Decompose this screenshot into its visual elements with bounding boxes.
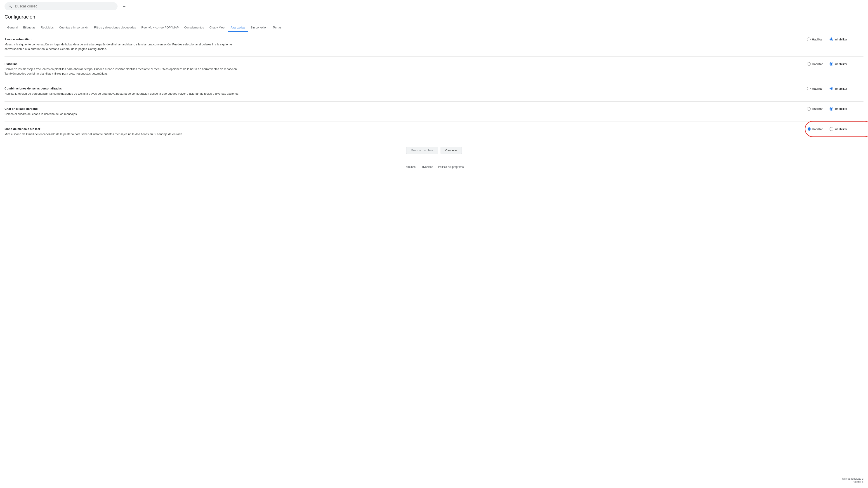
enable-chat-label[interactable]: Habilitar xyxy=(807,107,823,111)
footer: Términos · Privacidad · Política del pro… xyxy=(4,161,864,173)
search-input[interactable] xyxy=(15,4,114,8)
setting-avance-automatico: Avance automático Muestra la siguiente c… xyxy=(4,32,864,57)
tabs-nav: General Etiquetas Recibidos Cuentas e im… xyxy=(0,24,868,32)
disable-combinaciones-label[interactable]: Inhabilitar xyxy=(830,87,847,90)
save-button[interactable]: Guardar cambios xyxy=(406,147,438,154)
enable-plantillas-radio[interactable] xyxy=(807,62,811,66)
enable-icono-label[interactable]: Habilitar xyxy=(807,127,823,131)
footer-sep-1: · xyxy=(418,165,418,168)
disable-plantillas-label[interactable]: Inhabilitar xyxy=(830,62,847,66)
enable-combinaciones-radio[interactable] xyxy=(807,87,811,90)
disable-chat-text: Inhabilitar xyxy=(835,107,847,110)
page-title: Configuración xyxy=(0,12,868,24)
enable-combinaciones-text: Habilitar xyxy=(812,87,823,90)
enable-avance-radio[interactable] xyxy=(807,37,811,41)
footer-terms[interactable]: Términos xyxy=(404,165,415,168)
disable-plantillas-text: Inhabilitar xyxy=(835,62,847,66)
setting-controls-plantillas: Habilitar Inhabilitar xyxy=(807,62,864,66)
enable-avance-label[interactable]: Habilitar xyxy=(807,37,823,41)
setting-text-avance: Avance automático Muestra la siguiente c… xyxy=(4,37,253,51)
enable-avance-text: Habilitar xyxy=(812,38,823,41)
disable-avance-label[interactable]: Inhabilitar xyxy=(830,37,847,41)
disable-plantillas-radio[interactable] xyxy=(830,62,833,66)
tab-sinconexion[interactable]: Sin conexión xyxy=(248,24,270,32)
enable-icono-text: Habilitar xyxy=(812,127,823,131)
setting-text-combinaciones: Combinaciones de teclas personalizadas H… xyxy=(4,87,253,96)
disable-avance-radio[interactable] xyxy=(830,37,833,41)
enable-chat-radio[interactable] xyxy=(807,107,811,111)
setting-text-plantillas: Plantillas Convierte los mensajes frecue… xyxy=(4,62,253,76)
setting-controls-combinaciones: Habilitar Inhabilitar xyxy=(807,87,864,90)
tab-cuentas[interactable]: Cuentas e importación xyxy=(57,24,91,32)
enable-plantillas-text: Habilitar xyxy=(812,62,823,66)
setting-desc-avance: Muestra la siguiente conversación en lug… xyxy=(4,42,244,51)
disable-icono-text: Inhabilitar xyxy=(835,127,847,131)
setting-title-icono: Icono de mensaje sin leer xyxy=(4,127,244,131)
search-bar xyxy=(4,2,118,10)
enable-plantillas-label[interactable]: Habilitar xyxy=(807,62,823,66)
disable-combinaciones-radio[interactable] xyxy=(830,87,833,90)
setting-text-chat: Chat en el lado derecho Coloca el cuadro… xyxy=(4,107,253,116)
tab-etiquetas[interactable]: Etiquetas xyxy=(20,24,38,32)
setting-title-plantillas: Plantillas xyxy=(4,62,244,66)
enable-chat-text: Habilitar xyxy=(812,107,823,110)
setting-desc-icono: Mira el icono de Gmail del encabezado de… xyxy=(4,132,244,136)
disable-avance-text: Inhabilitar xyxy=(835,38,847,41)
setting-desc-plantillas: Convierte los mensajes frecuentes en pla… xyxy=(4,67,244,76)
filter-icon[interactable] xyxy=(122,4,127,9)
footer-privacy[interactable]: Privacidad xyxy=(421,165,433,168)
search-bar-container xyxy=(0,0,868,12)
main-content: Avance automático Muestra la siguiente c… xyxy=(0,32,868,173)
setting-controls-icono: Habilitar Inhabilitar xyxy=(807,127,864,131)
tab-recibidos[interactable]: Recibidos xyxy=(38,24,56,32)
disable-icono-radio[interactable] xyxy=(830,127,833,131)
search-icon xyxy=(8,4,13,8)
setting-desc-chat: Coloca el cuadro del chat a la derecha d… xyxy=(4,112,244,116)
buttons-container: Guardar cambios Cancelar xyxy=(4,142,864,161)
setting-controls-avance: Habilitar Inhabilitar xyxy=(807,37,864,41)
setting-text-icono: Icono de mensaje sin leer Mira el icono … xyxy=(4,127,253,136)
setting-desc-combinaciones: Habilita la opción de personalizar tus c… xyxy=(4,92,244,96)
unread-controls-wrapper: Habilitar Inhabilitar xyxy=(807,127,864,131)
disable-chat-radio[interactable] xyxy=(830,107,833,111)
enable-combinaciones-label[interactable]: Habilitar xyxy=(807,87,823,90)
tab-filtros[interactable]: Filtros y direcciones bloqueadas xyxy=(91,24,139,32)
disable-chat-label[interactable]: Inhabilitar xyxy=(830,107,847,111)
disable-icono-label[interactable]: Inhabilitar xyxy=(830,127,847,131)
tab-complementos[interactable]: Complementos xyxy=(182,24,207,32)
setting-plantillas: Plantillas Convierte los mensajes frecue… xyxy=(4,57,864,81)
tab-temas[interactable]: Temas xyxy=(270,24,284,32)
enable-icono-radio[interactable] xyxy=(807,127,811,131)
setting-combinaciones: Combinaciones de teclas personalizadas H… xyxy=(4,81,864,102)
footer-sep-2: · xyxy=(435,165,436,168)
setting-controls-chat: Habilitar Inhabilitar xyxy=(807,107,864,111)
footer-policy[interactable]: Política del programa xyxy=(438,165,464,168)
tab-chat[interactable]: Chat y Meet xyxy=(207,24,228,32)
footer-right: Última actividad d Abierta e xyxy=(842,477,864,484)
tab-reenvio[interactable]: Reenvío y correo POP/IMAP xyxy=(138,24,181,32)
setting-chat-derecho: Chat en el lado derecho Coloca el cuadro… xyxy=(4,102,864,122)
disable-combinaciones-text: Inhabilitar xyxy=(835,87,847,90)
setting-title-avance: Avance automático xyxy=(4,37,244,41)
cancel-button[interactable]: Cancelar xyxy=(440,147,462,154)
tab-general[interactable]: General xyxy=(4,24,20,32)
setting-icono-mensaje: Icono de mensaje sin leer Mira el icono … xyxy=(4,122,864,142)
setting-title-chat: Chat en el lado derecho xyxy=(4,107,244,110)
open-text: Abierta e xyxy=(842,480,864,484)
setting-title-combinaciones: Combinaciones de teclas personalizadas xyxy=(4,87,244,90)
tab-avanzadas[interactable]: Avanzadas xyxy=(228,24,248,32)
last-activity-text: Última actividad d xyxy=(842,477,864,480)
